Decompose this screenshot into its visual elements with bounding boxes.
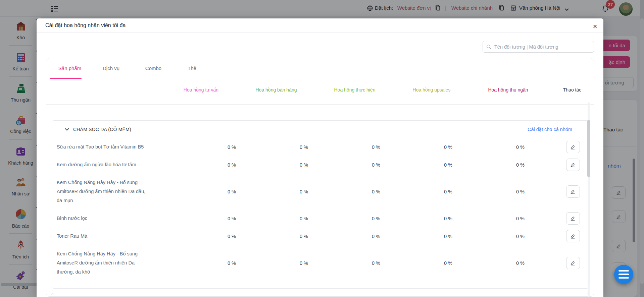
table-row: Bình nước lọc 0 % 0 % 0 % 0 % 0 % [51, 210, 590, 227]
search-input[interactable] [483, 41, 594, 53]
tab-san-pham[interactable]: Sản phẩm [58, 65, 81, 71]
commission-value: 0 % [340, 216, 412, 221]
column-header-thuc-hien: Hoa hồng thực hiện [334, 87, 375, 93]
commission-value: 0 % [412, 216, 484, 221]
active-tab-underline [50, 78, 82, 79]
modal-scrollbar-thumb[interactable] [587, 120, 590, 177]
product-group-card: CHĂM SÓC DA (CỎ MỀM) Cài đặt cho cả nhóm… [51, 120, 590, 289]
commission-value: 0 % [340, 260, 412, 266]
edit-button[interactable] [566, 212, 580, 225]
commission-value: 0 % [340, 234, 412, 239]
product-name: Kem dưỡng ẩm ngừa lão hóa tơ tằm [51, 156, 196, 174]
set-group-link[interactable]: Cài đặt cho cả nhóm [528, 127, 572, 132]
commission-value: 0 % [412, 189, 484, 194]
table-row: Kem dưỡng ẩm ngừa lão hóa tơ tằm 0 % 0 %… [51, 156, 590, 174]
column-header-thao-tac: Thao tác [563, 87, 581, 93]
modal-title: Cài đặt hoa hồng nhân viên tối đa [45, 22, 126, 28]
column-header-tu-van: Hoa hồng tư vấn [184, 87, 218, 93]
search-icon [486, 44, 492, 51]
commission-value: 0 % [340, 144, 412, 150]
commission-value: 0 % [268, 216, 340, 221]
commission-value: 0 % [196, 189, 268, 194]
edit-button[interactable] [566, 230, 580, 242]
commission-value: 0 % [412, 260, 484, 266]
commission-table-card: Sản phẩm Dịch vụ Combo Thẻ Hoa hồng tư v… [46, 58, 594, 297]
commission-value: 0 % [268, 260, 340, 266]
edit-button[interactable] [566, 185, 580, 198]
table-row: Kem Chống Nắng Hây Hây - Bổ sung Amitose… [51, 174, 590, 210]
column-header-ban-hang: Hoa hồng bán hàng [256, 87, 297, 93]
tab-dich-vu[interactable]: Dịch vụ [103, 65, 119, 71]
commission-value: 0 % [196, 144, 268, 150]
table-row: Toner Rau Má 0 % 0 % 0 % 0 % 0 % [51, 227, 590, 245]
commission-value: 0 % [340, 162, 412, 168]
divider [37, 33, 603, 33]
product-name: Kem Chống Nắng Hây Hây - Bổ sung Amitose… [51, 174, 196, 210]
commission-value: 0 % [268, 189, 340, 194]
product-name: Sữa rửa mặt Tạo bọt Tơ tằm Vitamin B5 [51, 138, 196, 156]
screen: Đặt lịch: Website đơn vị | Website chi n… [0, 0, 644, 297]
product-name: Toner Rau Má [51, 227, 196, 245]
commission-value: 0 % [484, 144, 556, 150]
hamburger-icon [618, 270, 629, 272]
table-row: Sữa rửa mặt Tạo bọt Tơ tằm Vitamin B5 0 … [51, 138, 590, 156]
tab-the[interactable]: Thẻ [188, 65, 196, 71]
commission-value: 0 % [340, 189, 412, 194]
commission-value: 0 % [484, 189, 556, 194]
edit-button[interactable] [566, 141, 580, 153]
commission-value: 0 % [196, 260, 268, 266]
edit-button[interactable] [566, 159, 580, 171]
commission-value: 0 % [412, 144, 484, 150]
product-name: Kem Chống Nắng Hây Hây - Bổ sung Amitose… [51, 245, 196, 281]
product-name: Bình nước lọc [51, 210, 196, 227]
commission-value: 0 % [268, 162, 340, 168]
tab-combo[interactable]: Combo [145, 65, 161, 71]
commission-settings-modal: Cài đặt hoa hồng nhân viên tối đa ✕ Sản … [37, 18, 603, 297]
commission-value: 0 % [484, 216, 556, 221]
commission-value: 0 % [484, 162, 556, 168]
divider [46, 104, 594, 105]
floating-menu-button[interactable] [614, 265, 633, 284]
column-header-upsales: Hoa hồng upsales [413, 87, 451, 93]
close-icon[interactable]: ✕ [590, 22, 600, 31]
commission-value: 0 % [484, 234, 556, 239]
commission-value: 0 % [268, 144, 340, 150]
next-group-card [51, 293, 590, 297]
commission-value: 0 % [268, 234, 340, 239]
group-name: CHĂM SÓC DA (CỎ MỀM) [73, 127, 131, 132]
chevron-down-icon[interactable] [64, 126, 69, 132]
column-header-thu-ngan: Hoa hồng thu ngân [488, 87, 528, 93]
tab-bar: Sản phẩm Dịch vụ Combo Thẻ [46, 58, 594, 79]
commission-value: 0 % [196, 162, 268, 168]
table-row: Kem Chống Nắng Hây Hây - Bổ sung Amitose… [51, 245, 590, 281]
group-header-row: CHĂM SÓC DA (CỎ MỀM) Cài đặt cho cả nhóm [51, 121, 590, 138]
commission-value: 0 % [412, 234, 484, 239]
commission-value: 0 % [196, 216, 268, 221]
edit-button[interactable] [566, 257, 580, 269]
commission-value: 0 % [484, 260, 556, 266]
commission-value: 0 % [412, 162, 484, 168]
commission-value: 0 % [196, 234, 268, 239]
